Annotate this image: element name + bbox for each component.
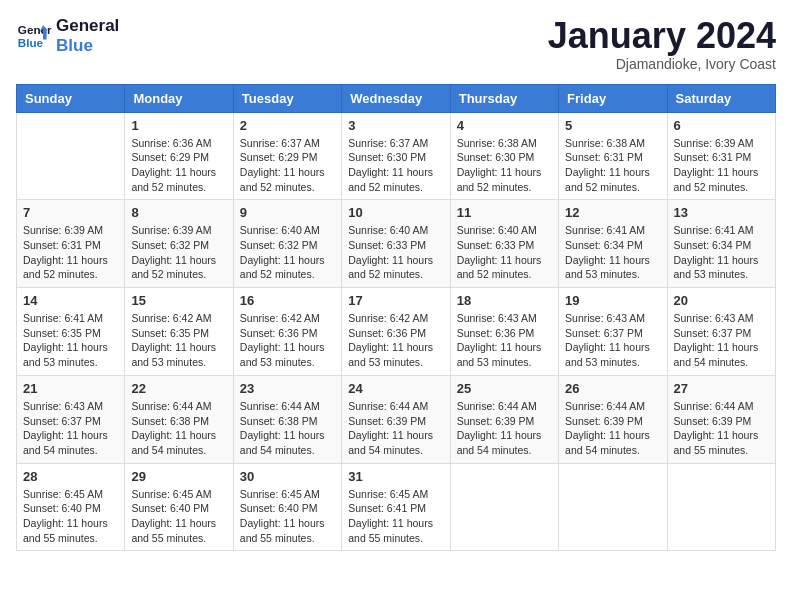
day-number: 12 [565, 205, 660, 220]
day-info: Sunrise: 6:39 AMSunset: 6:31 PMDaylight:… [674, 136, 769, 195]
table-row: 4Sunrise: 6:38 AMSunset: 6:30 PMDaylight… [450, 112, 558, 200]
table-row: 18Sunrise: 6:43 AMSunset: 6:36 PMDayligh… [450, 288, 558, 376]
day-info: Sunrise: 6:44 AMSunset: 6:38 PMDaylight:… [240, 399, 335, 458]
table-row: 23Sunrise: 6:44 AMSunset: 6:38 PMDayligh… [233, 375, 341, 463]
day-number: 25 [457, 381, 552, 396]
day-number: 17 [348, 293, 443, 308]
day-info: Sunrise: 6:40 AMSunset: 6:32 PMDaylight:… [240, 223, 335, 282]
page-header: General Blue General Blue January 2024 D… [16, 16, 776, 72]
day-info: Sunrise: 6:45 AMSunset: 6:40 PMDaylight:… [131, 487, 226, 546]
day-number: 11 [457, 205, 552, 220]
table-row: 17Sunrise: 6:42 AMSunset: 6:36 PMDayligh… [342, 288, 450, 376]
day-number: 29 [131, 469, 226, 484]
day-info: Sunrise: 6:37 AMSunset: 6:30 PMDaylight:… [348, 136, 443, 195]
day-info: Sunrise: 6:41 AMSunset: 6:34 PMDaylight:… [674, 223, 769, 282]
day-number: 21 [23, 381, 118, 396]
table-row: 21Sunrise: 6:43 AMSunset: 6:37 PMDayligh… [17, 375, 125, 463]
table-row: 16Sunrise: 6:42 AMSunset: 6:36 PMDayligh… [233, 288, 341, 376]
day-info: Sunrise: 6:42 AMSunset: 6:36 PMDaylight:… [240, 311, 335, 370]
svg-text:General: General [18, 24, 52, 37]
day-number: 26 [565, 381, 660, 396]
day-info: Sunrise: 6:43 AMSunset: 6:37 PMDaylight:… [565, 311, 660, 370]
calendar-table: Sunday Monday Tuesday Wednesday Thursday… [16, 84, 776, 552]
day-info: Sunrise: 6:39 AMSunset: 6:31 PMDaylight:… [23, 223, 118, 282]
table-row: 10Sunrise: 6:40 AMSunset: 6:33 PMDayligh… [342, 200, 450, 288]
title-block: January 2024 Djamandioke, Ivory Coast [548, 16, 776, 72]
day-info: Sunrise: 6:37 AMSunset: 6:29 PMDaylight:… [240, 136, 335, 195]
table-row: 12Sunrise: 6:41 AMSunset: 6:34 PMDayligh… [559, 200, 667, 288]
day-info: Sunrise: 6:40 AMSunset: 6:33 PMDaylight:… [457, 223, 552, 282]
table-row: 30Sunrise: 6:45 AMSunset: 6:40 PMDayligh… [233, 463, 341, 551]
header-thursday: Thursday [450, 84, 558, 112]
day-number: 7 [23, 205, 118, 220]
calendar-header-row: Sunday Monday Tuesday Wednesday Thursday… [17, 84, 776, 112]
day-number: 5 [565, 118, 660, 133]
day-number: 8 [131, 205, 226, 220]
day-number: 23 [240, 381, 335, 396]
day-number: 14 [23, 293, 118, 308]
day-info: Sunrise: 6:45 AMSunset: 6:40 PMDaylight:… [240, 487, 335, 546]
table-row: 8Sunrise: 6:39 AMSunset: 6:32 PMDaylight… [125, 200, 233, 288]
table-row: 28Sunrise: 6:45 AMSunset: 6:40 PMDayligh… [17, 463, 125, 551]
table-row: 29Sunrise: 6:45 AMSunset: 6:40 PMDayligh… [125, 463, 233, 551]
day-info: Sunrise: 6:40 AMSunset: 6:33 PMDaylight:… [348, 223, 443, 282]
logo-line1: General [56, 16, 119, 36]
day-info: Sunrise: 6:44 AMSunset: 6:39 PMDaylight:… [348, 399, 443, 458]
table-row: 5Sunrise: 6:38 AMSunset: 6:31 PMDaylight… [559, 112, 667, 200]
day-number: 4 [457, 118, 552, 133]
day-number: 15 [131, 293, 226, 308]
month-title: January 2024 [548, 16, 776, 56]
table-row [450, 463, 558, 551]
table-row: 25Sunrise: 6:44 AMSunset: 6:39 PMDayligh… [450, 375, 558, 463]
day-info: Sunrise: 6:44 AMSunset: 6:39 PMDaylight:… [457, 399, 552, 458]
table-row: 13Sunrise: 6:41 AMSunset: 6:34 PMDayligh… [667, 200, 775, 288]
day-info: Sunrise: 6:38 AMSunset: 6:30 PMDaylight:… [457, 136, 552, 195]
day-info: Sunrise: 6:42 AMSunset: 6:36 PMDaylight:… [348, 311, 443, 370]
day-info: Sunrise: 6:44 AMSunset: 6:39 PMDaylight:… [674, 399, 769, 458]
table-row: 20Sunrise: 6:43 AMSunset: 6:37 PMDayligh… [667, 288, 775, 376]
calendar-week-row: 1Sunrise: 6:36 AMSunset: 6:29 PMDaylight… [17, 112, 776, 200]
table-row: 15Sunrise: 6:42 AMSunset: 6:35 PMDayligh… [125, 288, 233, 376]
day-number: 24 [348, 381, 443, 396]
calendar-week-row: 7Sunrise: 6:39 AMSunset: 6:31 PMDaylight… [17, 200, 776, 288]
day-info: Sunrise: 6:43 AMSunset: 6:36 PMDaylight:… [457, 311, 552, 370]
day-number: 30 [240, 469, 335, 484]
table-row: 11Sunrise: 6:40 AMSunset: 6:33 PMDayligh… [450, 200, 558, 288]
day-number: 10 [348, 205, 443, 220]
day-number: 28 [23, 469, 118, 484]
day-number: 19 [565, 293, 660, 308]
day-number: 13 [674, 205, 769, 220]
logo: General Blue General Blue [16, 16, 119, 57]
table-row: 14Sunrise: 6:41 AMSunset: 6:35 PMDayligh… [17, 288, 125, 376]
table-row [559, 463, 667, 551]
table-row: 3Sunrise: 6:37 AMSunset: 6:30 PMDaylight… [342, 112, 450, 200]
day-number: 3 [348, 118, 443, 133]
table-row: 9Sunrise: 6:40 AMSunset: 6:32 PMDaylight… [233, 200, 341, 288]
table-row: 22Sunrise: 6:44 AMSunset: 6:38 PMDayligh… [125, 375, 233, 463]
day-number: 2 [240, 118, 335, 133]
table-row: 2Sunrise: 6:37 AMSunset: 6:29 PMDaylight… [233, 112, 341, 200]
day-info: Sunrise: 6:45 AMSunset: 6:40 PMDaylight:… [23, 487, 118, 546]
calendar-week-row: 21Sunrise: 6:43 AMSunset: 6:37 PMDayligh… [17, 375, 776, 463]
logo-icon: General Blue [16, 18, 52, 54]
day-number: 31 [348, 469, 443, 484]
day-info: Sunrise: 6:43 AMSunset: 6:37 PMDaylight:… [23, 399, 118, 458]
day-number: 9 [240, 205, 335, 220]
day-info: Sunrise: 6:44 AMSunset: 6:39 PMDaylight:… [565, 399, 660, 458]
table-row: 6Sunrise: 6:39 AMSunset: 6:31 PMDaylight… [667, 112, 775, 200]
header-friday: Friday [559, 84, 667, 112]
header-sunday: Sunday [17, 84, 125, 112]
header-tuesday: Tuesday [233, 84, 341, 112]
header-monday: Monday [125, 84, 233, 112]
day-info: Sunrise: 6:43 AMSunset: 6:37 PMDaylight:… [674, 311, 769, 370]
table-row: 1Sunrise: 6:36 AMSunset: 6:29 PMDaylight… [125, 112, 233, 200]
logo-line2: Blue [56, 36, 119, 56]
day-info: Sunrise: 6:44 AMSunset: 6:38 PMDaylight:… [131, 399, 226, 458]
day-info: Sunrise: 6:41 AMSunset: 6:35 PMDaylight:… [23, 311, 118, 370]
table-row: 31Sunrise: 6:45 AMSunset: 6:41 PMDayligh… [342, 463, 450, 551]
day-info: Sunrise: 6:38 AMSunset: 6:31 PMDaylight:… [565, 136, 660, 195]
day-number: 6 [674, 118, 769, 133]
day-number: 16 [240, 293, 335, 308]
table-row [667, 463, 775, 551]
day-number: 20 [674, 293, 769, 308]
